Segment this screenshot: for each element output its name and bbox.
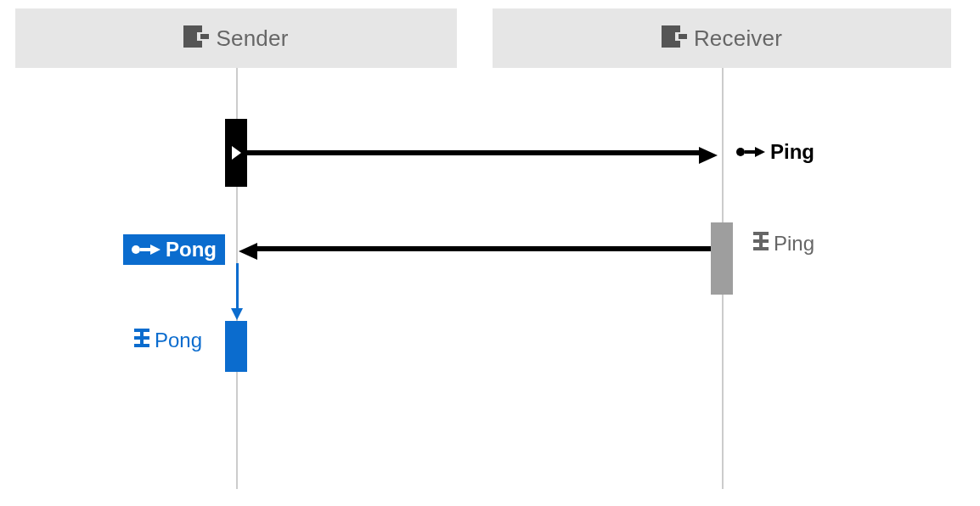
participant-header-sender: Sender	[15, 8, 457, 68]
svg-rect-7	[745, 150, 755, 154]
svg-rect-14	[140, 248, 150, 251]
participant-icon	[662, 25, 687, 51]
activation-sender-send	[225, 119, 247, 187]
message-label-pong-send[interactable]: Pong	[123, 234, 225, 265]
participant-header-receiver: Receiver	[493, 8, 951, 68]
stack-icon	[753, 232, 769, 256]
svg-point-13	[132, 245, 140, 254]
participant-icon	[183, 25, 209, 51]
arrowhead-pong-self	[231, 308, 243, 320]
activation-receiver-handle	[711, 222, 733, 295]
message-label-ping-recv: Ping	[753, 232, 814, 256]
message-text: Pong	[155, 329, 202, 352]
arrow-pong-self	[236, 263, 239, 310]
svg-rect-5	[679, 34, 687, 39]
message-label-ping-send: Ping	[736, 140, 814, 164]
svg-rect-2	[200, 34, 209, 39]
arrowhead-ping	[699, 147, 718, 164]
svg-marker-15	[150, 245, 161, 255]
svg-point-6	[736, 148, 745, 156]
arrow-pong	[257, 246, 711, 251]
svg-rect-19	[140, 329, 144, 347]
arrowhead-pong	[239, 243, 257, 260]
svg-rect-12	[759, 232, 763, 250]
dot-arrow-icon	[736, 140, 765, 164]
activation-sender-handle	[225, 321, 247, 372]
message-text: Pong	[166, 238, 217, 261]
message-text: Ping	[770, 140, 814, 164]
dot-arrow-icon	[132, 238, 161, 261]
play-icon	[232, 146, 241, 160]
message-text: Ping	[774, 232, 814, 256]
participant-label: Receiver	[694, 25, 782, 52]
stack-icon	[134, 329, 149, 352]
message-label-pong-recv: Pong	[134, 329, 202, 352]
arrow-ping	[247, 150, 699, 155]
svg-marker-8	[755, 147, 765, 157]
participant-label: Sender	[216, 25, 288, 52]
